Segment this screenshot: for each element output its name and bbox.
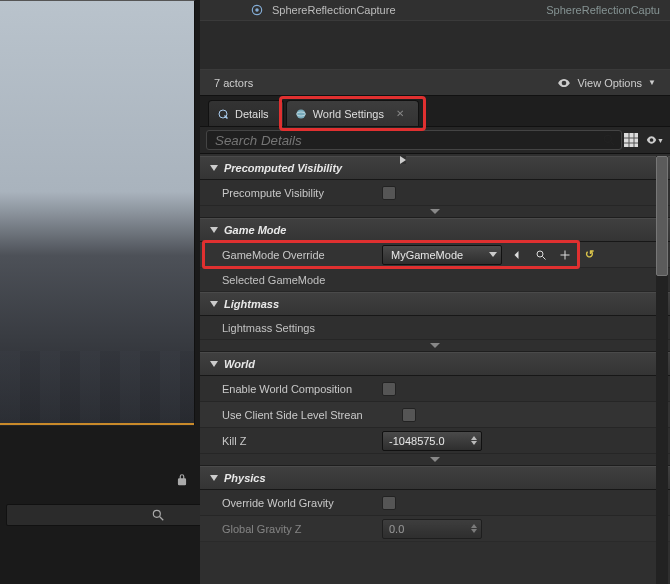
section-title: Lightmass [224, 298, 279, 310]
outliner-empty [200, 20, 670, 70]
precompute-visibility-checkbox[interactable] [382, 186, 396, 200]
row-lightmass-settings[interactable]: Lightmass Settings [200, 316, 670, 340]
lock-icon[interactable] [175, 473, 189, 487]
close-icon[interactable]: ✕ [396, 108, 404, 119]
viewport-floor [0, 351, 194, 426]
show-options-button[interactable]: ▼ [646, 131, 664, 149]
prop-label: Lightmass Settings [222, 322, 315, 334]
tab-world-settings[interactable]: World Settings ✕ [286, 100, 419, 126]
section-lightmass[interactable]: Lightmass [200, 292, 670, 316]
row-use-client-side-streaming: Use Client Side Level Strean [200, 402, 670, 428]
row-override-world-gravity: Override World Gravity [200, 490, 670, 516]
outliner-row-class: SphereReflectionCaptu [546, 4, 660, 16]
prop-label: Enable World Composition [222, 383, 382, 395]
svg-point-8 [604, 135, 611, 142]
asset-toolbar [0, 465, 195, 495]
row-kill-z: Kill Z -1048575.0 [200, 428, 670, 454]
reflection-capture-icon [250, 3, 264, 17]
enable-world-composition-checkbox[interactable] [382, 382, 396, 396]
section-title: World [224, 358, 255, 370]
row-global-gravity-z: Global Gravity Z 0.0 [200, 516, 670, 542]
tab-details-label: Details [235, 108, 269, 120]
details-search-row: ▼ [200, 126, 670, 154]
prop-label: Global Gravity Z [222, 523, 382, 535]
prop-label: Use Client Side Level Strean [222, 409, 402, 421]
section-game-mode[interactable]: Game Mode [200, 218, 670, 242]
gamemode-override-dropdown[interactable]: MyGameMode [382, 245, 502, 265]
row-precompute-visibility: Precompute Visibility [200, 180, 670, 206]
tab-details[interactable]: Details [208, 100, 284, 126]
svg-rect-10 [624, 133, 638, 147]
section-title: Game Mode [224, 224, 286, 236]
expand-icon [210, 227, 218, 233]
override-world-gravity-checkbox[interactable] [382, 496, 396, 510]
view-options-button[interactable]: View Options ▼ [557, 76, 656, 90]
use-client-side-streaming-checkbox[interactable] [402, 408, 416, 422]
row-selected-gamemode[interactable]: Selected GameMode [200, 268, 670, 292]
outliner-row[interactable]: SphereReflectionCapture SphereReflection… [200, 0, 670, 20]
scrollbar-thumb[interactable] [656, 156, 668, 276]
property-matrix-button[interactable] [622, 131, 640, 149]
prop-label: GameMode Override [222, 249, 382, 261]
dropdown-value: MyGameMode [387, 249, 489, 261]
details-body: Precomputed Visibility Precompute Visibi… [200, 156, 670, 584]
outliner-row-label: SphereReflectionCapture [272, 4, 396, 16]
section-world[interactable]: World [200, 352, 670, 376]
section-title: Precomputed Visibility [224, 162, 342, 174]
svg-point-3 [255, 8, 259, 12]
global-gravity-z-value: 0.0 [389, 523, 404, 535]
spinner-icon [471, 436, 477, 445]
section-title: Physics [224, 472, 266, 484]
viewport-preview[interactable] [0, 0, 195, 425]
section-expander[interactable] [200, 454, 670, 466]
section-expander[interactable] [200, 340, 670, 352]
reset-to-default-button[interactable]: ↺ [580, 246, 598, 264]
section-expander[interactable] [200, 206, 670, 218]
svg-point-15 [537, 251, 543, 257]
kill-z-value: -1048575.0 [389, 435, 445, 447]
prop-label: Override World Gravity [222, 497, 382, 509]
outliner-count: 7 actors [214, 77, 253, 89]
prop-label: Precompute Visibility [222, 187, 382, 199]
svg-line-16 [543, 256, 546, 259]
details-search-input[interactable] [206, 130, 622, 150]
search-icon[interactable] [151, 508, 165, 522]
browse-back-button[interactable] [508, 246, 526, 264]
chevron-down-icon [489, 252, 497, 257]
tab-world-settings-label: World Settings [313, 108, 384, 120]
eye-icon [557, 76, 571, 90]
expand-icon [210, 165, 218, 171]
svg-line-1 [160, 517, 164, 521]
spinner-icon [471, 524, 477, 533]
svg-point-6 [296, 109, 305, 118]
kill-z-field[interactable]: -1048575.0 [382, 431, 482, 451]
find-in-browser-button[interactable] [532, 246, 550, 264]
view-options-label: View Options [577, 77, 642, 89]
right-panel: SphereReflectionCapture SphereReflection… [200, 0, 670, 584]
chevron-down-icon [430, 209, 440, 214]
expand-icon [210, 361, 218, 367]
expand-icon [400, 156, 406, 164]
expand-icon [210, 475, 218, 481]
section-precomputed-visibility[interactable]: Precomputed Visibility [200, 156, 670, 180]
details-tab-icon [217, 108, 229, 120]
row-gamemode-override: GameMode Override MyGameMode ↺ [200, 242, 670, 268]
outliner-footer: 7 actors View Options ▼ [200, 70, 670, 96]
chevron-down-icon [430, 457, 440, 462]
section-physics[interactable]: Physics [200, 466, 670, 490]
add-new-button[interactable] [556, 246, 574, 264]
details-tabs: Details World Settings ✕ [200, 96, 670, 126]
global-gravity-z-field[interactable]: 0.0 [382, 519, 482, 539]
svg-point-0 [153, 510, 160, 517]
search-icon[interactable] [602, 133, 616, 147]
world-settings-tab-icon [295, 108, 307, 120]
content-search-input[interactable] [6, 504, 205, 526]
expand-icon [210, 301, 218, 307]
prop-label: Kill Z [222, 435, 382, 447]
chevron-down-icon [430, 343, 440, 348]
row-enable-world-composition: Enable World Composition [200, 376, 670, 402]
prop-label: Selected GameMode [222, 274, 325, 286]
svg-line-9 [611, 142, 615, 146]
content-search-row [0, 502, 195, 528]
